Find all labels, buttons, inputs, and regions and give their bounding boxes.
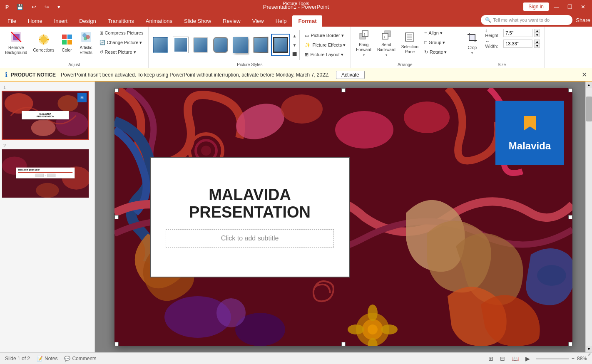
window-title: Presentation1 - PowerPoint (263, 4, 329, 10)
tab-animations[interactable]: Animations (140, 15, 178, 27)
tab-transitions[interactable]: Transitions (102, 15, 140, 27)
artistic-effects-button[interactable]: ArtisticEffects (77, 28, 95, 58)
picture-style-5[interactable] (231, 34, 250, 56)
window-controls: Sign in — ❐ ✕ (523, 2, 589, 11)
picture-style-7[interactable] (271, 34, 290, 56)
minimize-btn[interactable]: — (550, 3, 562, 11)
send-backward-button[interactable]: ↓ SendBackward ▾ (375, 28, 398, 58)
close-btn[interactable]: ✕ (577, 3, 589, 11)
handle-tl[interactable] (114, 88, 119, 92)
selection-pane-button[interactable]: SelectionPane (399, 28, 421, 58)
remove-background-button[interactable]: RemoveBackground (2, 28, 30, 58)
close-notification-button[interactable]: ✕ (582, 71, 587, 79)
handle-mr[interactable] (568, 215, 572, 219)
tab-help[interactable]: Help (270, 15, 293, 27)
save-quick-btn[interactable]: 💾 (13, 3, 27, 11)
rotate-button[interactable]: ↻ Rotate ▾ (422, 47, 449, 57)
scroll-thumb[interactable] (586, 97, 592, 121)
picture-style-2[interactable] (171, 34, 190, 56)
subtitle-placeholder[interactable]: Click to add subtitle (166, 229, 334, 248)
compress-icon: ⊞ (99, 30, 103, 36)
change-picture-button[interactable]: 🔄 Change Picture ▾ (97, 38, 146, 47)
content-box[interactable]: MALAVIDAPRESENTATION Click to add subtit… (150, 157, 350, 277)
artistic-effects-label: ArtisticEffects (80, 45, 92, 55)
bring-forward-button[interactable]: ↑ BringForward ▾ (353, 28, 374, 58)
reading-view-button[interactable]: 📖 (511, 354, 520, 363)
slide-canvas[interactable]: MALAVIDAPRESENTATION Click to add subtit… (114, 88, 572, 346)
slide-thumbnail-2[interactable]: Title Lorem Ipsum Dolor → (2, 149, 89, 198)
slide-sorter-button[interactable]: ⊟ (499, 354, 506, 363)
gallery-up-arrow[interactable]: ▲ (291, 32, 298, 40)
comments-button[interactable]: 💬 Comments (64, 356, 96, 362)
compress-pictures-button[interactable]: ⊞ Compress Pictures (97, 28, 146, 37)
height-down[interactable]: ▼ (534, 33, 540, 37)
crop-button[interactable]: Crop ▾ (462, 28, 483, 58)
share-label[interactable]: Share (576, 17, 590, 23)
handle-tc[interactable] (341, 88, 346, 92)
comments-label: Comments (72, 356, 96, 362)
width-down[interactable]: ▼ (534, 44, 540, 48)
color-button[interactable]: Color (58, 28, 76, 58)
picture-style-3[interactable] (191, 34, 210, 56)
sign-in-button[interactable]: Sign in (523, 2, 549, 11)
svg-point-54 (368, 324, 378, 334)
width-up[interactable]: ▲ (534, 40, 540, 44)
picture-styles-expand[interactable]: ⤢ (588, 352, 591, 357)
zoom-slider[interactable] (536, 358, 569, 359)
right-scrollbar[interactable]: ▲ ▼ (585, 82, 592, 352)
tab-home[interactable]: Home (22, 15, 48, 27)
group-button[interactable]: □ Group ▾ (422, 38, 449, 47)
tab-insert[interactable]: Insert (48, 15, 74, 27)
corrections-button[interactable]: Corrections (30, 28, 57, 58)
zoom-control: + 88% (536, 356, 587, 362)
slide-thumbnail-1[interactable]: MALAVIDAPRESENTATION M (2, 91, 89, 140)
notification-bar: ℹ PRODUCT NOTICE PowerPoint hasn't been … (0, 68, 592, 82)
notes-button[interactable]: 📝 Notes (37, 356, 57, 362)
picture-style-6[interactable] (251, 34, 270, 56)
gallery-more-arrow[interactable]: ⬛ (291, 50, 298, 58)
scroll-up-btn[interactable]: ▲ (586, 82, 592, 88)
handle-bc[interactable] (341, 342, 346, 346)
bring-forward-icon: ↑ (359, 30, 369, 42)
picture-style-4[interactable] (211, 34, 230, 56)
crop-label: Crop (468, 45, 477, 50)
handle-tr[interactable] (568, 88, 572, 92)
activate-button[interactable]: Activate (336, 71, 365, 79)
customize-quick-access[interactable]: ▾ (54, 3, 64, 11)
tab-format[interactable]: Format (292, 15, 322, 27)
scroll-down-btn[interactable]: ▼ (586, 346, 592, 352)
picture-layout-button[interactable]: ⊞ Picture Layout ▾ (302, 50, 348, 59)
handle-br[interactable] (568, 342, 572, 346)
tab-slideshow[interactable]: Slide Show (178, 15, 217, 27)
slide-info: Slide 1 of 2 (5, 356, 30, 362)
tab-review[interactable]: Review (217, 15, 246, 27)
normal-view-button[interactable]: ⊞ (488, 354, 494, 363)
picture-effects-button[interactable]: ✨ Picture Effects ▾ (302, 40, 348, 50)
align-button[interactable]: ≡ Align ▾ (422, 28, 449, 37)
reset-picture-button[interactable]: ↺ Reset Picture ▾ (97, 47, 146, 57)
color-label: Color (62, 48, 72, 53)
align-icon: ≡ (424, 30, 427, 35)
height-up[interactable]: ▲ (534, 29, 540, 33)
handle-ml[interactable] (114, 215, 119, 219)
tab-view[interactable]: View (246, 15, 270, 27)
picture-style-1[interactable] (151, 34, 170, 56)
tell-me-box[interactable]: 🔍 Tell me what you want to do (481, 15, 572, 25)
undo-btn[interactable]: ↩ (28, 3, 40, 11)
tab-file[interactable]: File (2, 15, 22, 27)
slideshow-view-button[interactable]: ▶ (525, 354, 531, 363)
zoom-in-btn[interactable]: + (572, 356, 575, 362)
logo-box[interactable]: Malavida (495, 101, 564, 165)
redo-btn[interactable]: ↪ (41, 3, 52, 11)
tab-design[interactable]: Design (73, 15, 102, 27)
size-fields: ↕ Height: ▲ ▼ ↔ Width: ▲ ▼ (483, 28, 542, 48)
gallery-down-arrow[interactable]: ▼ (291, 41, 298, 49)
notification-message: PowerPoint hasn't been activated. To kee… (61, 72, 329, 78)
picture-border-button[interactable]: ▭ Picture Border ▾ (302, 31, 348, 40)
canvas-area[interactable]: MALAVIDAPRESENTATION Click to add subtit… (95, 82, 592, 352)
width-input[interactable] (503, 40, 532, 48)
height-input[interactable] (503, 29, 532, 37)
artistic-icon (80, 31, 92, 45)
restore-btn[interactable]: ❐ (564, 3, 576, 11)
handle-bl[interactable] (114, 342, 119, 346)
